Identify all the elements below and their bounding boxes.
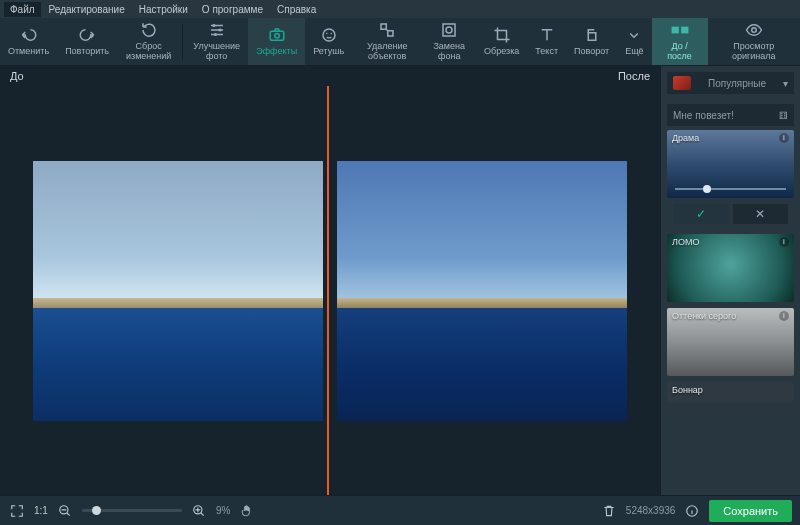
before-after-icon: [671, 21, 689, 39]
cancel-preset-button[interactable]: ✕: [733, 204, 789, 224]
svg-rect-3: [270, 31, 284, 40]
info-button[interactable]: [683, 502, 701, 520]
undo-button[interactable]: Отменить: [0, 18, 57, 65]
text-label: Текст: [535, 47, 558, 57]
zoom-slider[interactable]: [82, 509, 182, 512]
svg-point-11: [446, 27, 452, 33]
info-icon: [685, 504, 699, 518]
save-button[interactable]: Сохранить: [709, 500, 792, 522]
zoom-in-icon: [192, 504, 206, 518]
statusbar: 1:1 9% 5248x3936 Сохранить: [0, 495, 800, 525]
preset-drama[interactable]: Драма i: [667, 130, 794, 198]
menu-file[interactable]: Файл: [4, 2, 41, 17]
svg-point-2: [214, 33, 217, 36]
svg-point-7: [330, 33, 332, 35]
after-image: [337, 161, 627, 421]
enhance-label: Улучшение фото: [193, 42, 240, 62]
view-original-button[interactable]: Просмотр оригинала: [708, 18, 800, 65]
sliders-icon: [208, 21, 226, 39]
info-icon[interactable]: i: [779, 133, 789, 143]
rotate-label: Поворот: [574, 47, 609, 57]
before-after-label: До / после: [662, 42, 698, 62]
text-button[interactable]: Текст: [527, 18, 566, 65]
split-divider[interactable]: [327, 86, 329, 495]
remove-objects-label: Удаление объектов: [360, 42, 414, 62]
dice-icon: ⚅: [779, 110, 788, 121]
before-label: До: [10, 70, 24, 82]
zoom-out-icon: [58, 504, 72, 518]
svg-rect-14: [681, 27, 688, 34]
menu-settings[interactable]: Настройки: [133, 2, 194, 17]
svg-rect-10: [443, 24, 455, 36]
menu-about[interactable]: О программе: [196, 2, 269, 17]
retouch-label: Ретушь: [313, 47, 344, 57]
preset-drama-label: Драма: [672, 133, 699, 143]
fullscreen-icon: [10, 504, 24, 518]
fit-button[interactable]: 1:1: [34, 505, 48, 516]
svg-rect-12: [588, 33, 596, 41]
preset-lomo[interactable]: ЛОМО i: [667, 234, 794, 302]
chevron-down-icon: [625, 26, 643, 44]
undo-icon: [20, 26, 38, 44]
svg-point-6: [326, 33, 328, 35]
svg-point-5: [323, 29, 335, 41]
svg-rect-9: [388, 31, 393, 36]
category-select[interactable]: Популярные ▾: [667, 72, 794, 94]
remove-objects-button[interactable]: Удаление объектов: [352, 18, 422, 65]
camera-icon: [268, 26, 286, 44]
svg-rect-13: [671, 27, 678, 34]
preset-bonnard[interactable]: Боннар: [667, 382, 794, 402]
crop-label: Обрезка: [484, 47, 519, 57]
category-label: Популярные: [708, 78, 766, 89]
enhance-button[interactable]: Улучшение фото: [185, 18, 248, 65]
preset-gray-label: Оттенки серого: [672, 311, 736, 321]
reset-button[interactable]: Сброс изменений: [117, 18, 180, 65]
after-label: После: [618, 70, 650, 82]
more-button[interactable]: Ещё: [617, 18, 651, 65]
preset-intensity-slider[interactable]: [675, 188, 786, 190]
image-dimensions: 5248x3936: [626, 505, 676, 516]
undo-label: Отменить: [8, 47, 49, 57]
replace-bg-label: Замена фона: [430, 42, 468, 62]
svg-rect-8: [381, 24, 386, 29]
apply-preset-button[interactable]: ✓: [673, 204, 729, 224]
before-image: [33, 161, 323, 421]
svg-point-4: [274, 34, 279, 39]
effects-button[interactable]: Эффекты: [248, 18, 305, 65]
menu-edit[interactable]: Редактирование: [43, 2, 131, 17]
info-icon[interactable]: i: [779, 237, 789, 247]
lucky-button[interactable]: Мне повезет! ⚅: [667, 104, 794, 126]
effects-label: Эффекты: [256, 47, 297, 57]
fullscreen-button[interactable]: [8, 502, 26, 520]
toolbar: Отменить Повторить Сброс изменений Улучш…: [0, 18, 800, 66]
canvas-area: До После: [0, 66, 660, 495]
svg-point-1: [218, 29, 221, 32]
menu-help[interactable]: Справка: [271, 2, 322, 17]
menubar: Файл Редактирование Настройки О программ…: [0, 0, 800, 18]
rotate-button[interactable]: Поворот: [566, 18, 617, 65]
zoom-in-button[interactable]: [190, 502, 208, 520]
crop-icon: [493, 26, 511, 44]
lucky-label: Мне повезет!: [673, 110, 734, 121]
reset-label: Сброс изменений: [125, 42, 172, 62]
info-icon[interactable]: i: [779, 311, 789, 321]
redo-icon: [78, 26, 96, 44]
preset-gray[interactable]: Оттенки серого i: [667, 308, 794, 376]
pan-button[interactable]: [238, 502, 256, 520]
svg-point-15: [752, 28, 757, 33]
category-thumb-icon: [673, 76, 691, 90]
hand-icon: [240, 504, 254, 518]
preset-lomo-label: ЛОМО: [672, 237, 699, 247]
redo-button[interactable]: Повторить: [57, 18, 117, 65]
eye-icon: [745, 21, 763, 39]
zoom-out-button[interactable]: [56, 502, 74, 520]
before-after-toggle[interactable]: До / после: [652, 18, 708, 65]
text-icon: [538, 26, 556, 44]
replace-bg-button[interactable]: Замена фона: [422, 18, 476, 65]
view-original-label: Просмотр оригинала: [718, 42, 790, 62]
redo-label: Повторить: [65, 47, 109, 57]
preset-bonnard-label: Боннар: [672, 385, 703, 395]
delete-button[interactable]: [600, 502, 618, 520]
retouch-button[interactable]: Ретушь: [305, 18, 352, 65]
crop-button[interactable]: Обрезка: [476, 18, 527, 65]
